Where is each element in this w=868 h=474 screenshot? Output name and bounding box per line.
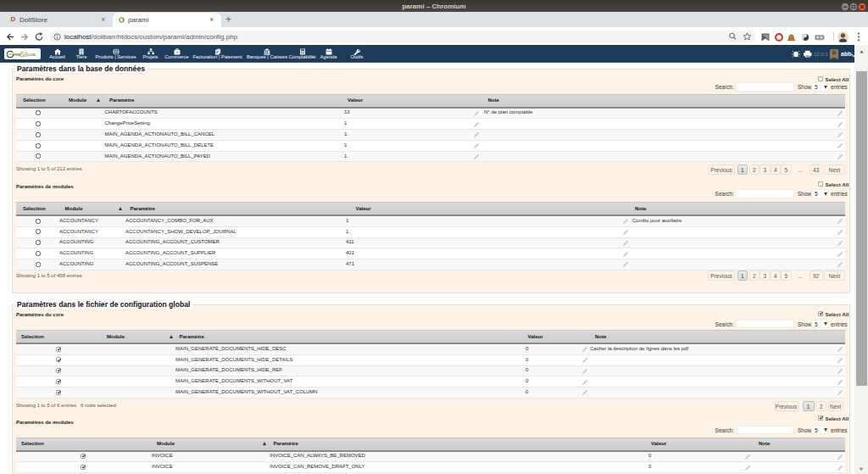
svg-text:Si: Si	[19, 50, 26, 59]
